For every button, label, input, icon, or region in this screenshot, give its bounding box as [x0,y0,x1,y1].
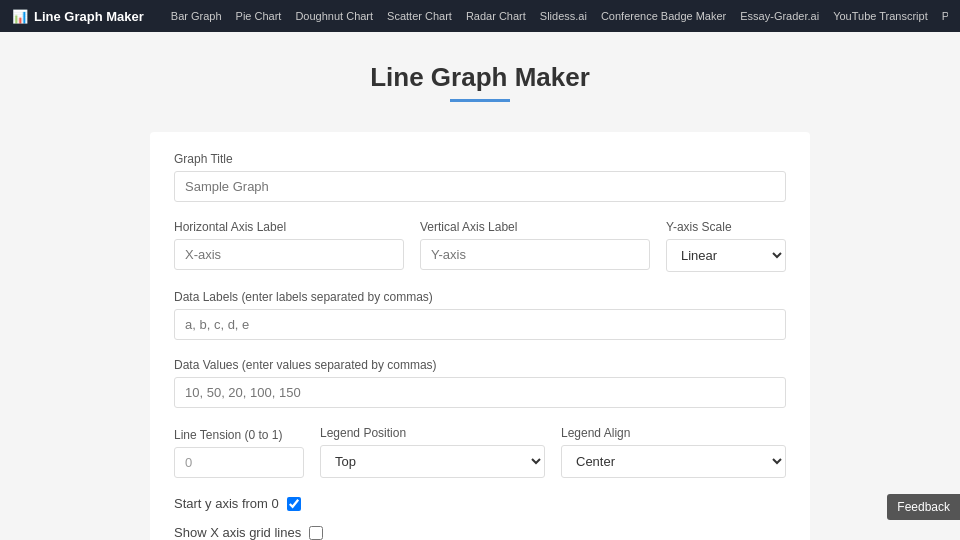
nav-link-conference-badge-maker[interactable]: Conference Badge Maker [594,0,733,32]
nav-link-slidess.ai[interactable]: Slidess.ai [533,0,594,32]
nav-link-scatter-chart[interactable]: Scatter Chart [380,0,459,32]
show-x-grid-label: Show X axis grid lines [174,525,301,540]
nav-link-youtube-transcript[interactable]: YouTube Transcript [826,0,935,32]
axis-row: Horizontal Axis Label Vertical Axis Labe… [174,220,786,290]
legend-align-group: Legend Align Center Start End [561,426,786,478]
tension-row: Line Tension (0 to 1) Legend Position To… [174,426,786,496]
feedback-button[interactable]: Feedback [887,494,960,520]
data-labels-label: Data Labels (enter labels separated by c… [174,290,786,304]
h-axis-input[interactable] [174,239,404,270]
nav-link-pdf-chat[interactable]: Pdf Chat [935,0,948,32]
data-values-input[interactable] [174,377,786,408]
nav-link-bar-graph[interactable]: Bar Graph [164,0,229,32]
nav-link-doughnut-chart[interactable]: Doughnut Chart [288,0,380,32]
data-labels-group: Data Labels (enter labels separated by c… [174,290,786,340]
v-axis-group: Vertical Axis Label [420,220,650,272]
form-section: Graph Title Horizontal Axis Label Vertic… [150,132,810,540]
tension-group: Line Tension (0 to 1) [174,428,304,478]
v-axis-label: Vertical Axis Label [420,220,650,234]
graph-title-label: Graph Title [174,152,786,166]
data-values-label: Data Values (enter values separated by c… [174,358,786,372]
tension-label: Line Tension (0 to 1) [174,428,304,442]
graph-title-group: Graph Title [174,152,786,202]
data-labels-input[interactable] [174,309,786,340]
start-y-row: Start y axis from 0 [174,496,786,511]
show-x-grid-checkbox[interactable] [309,526,323,540]
page-title: Line Graph Maker [150,62,810,93]
data-values-group: Data Values (enter values separated by c… [174,358,786,408]
graph-title-input[interactable] [174,171,786,202]
brand-logo: 📊 Line Graph Maker [12,9,144,24]
nav-link-pie-chart[interactable]: Pie Chart [229,0,289,32]
legend-pos-select[interactable]: Top Bottom Left Right [320,445,545,478]
nav-links: Bar GraphPie ChartDoughnut ChartScatter … [164,0,948,32]
start-y-checkbox[interactable] [287,497,301,511]
navbar: 📊 Line Graph Maker Bar GraphPie ChartDou… [0,0,960,32]
legend-pos-label: Legend Position [320,426,545,440]
h-axis-group: Horizontal Axis Label [174,220,404,272]
main-content: Line Graph Maker Graph Title Horizontal … [130,32,830,540]
legend-pos-group: Legend Position Top Bottom Left Right [320,426,545,478]
y-scale-select[interactable]: Linear Logarithmic [666,239,786,272]
legend-align-select[interactable]: Center Start End [561,445,786,478]
y-scale-group: Y-axis Scale Linear Logarithmic [666,220,786,272]
legend-align-label: Legend Align [561,426,786,440]
tension-input[interactable] [174,447,304,478]
show-x-grid-row: Show X axis grid lines [174,525,786,540]
v-axis-input[interactable] [420,239,650,270]
nav-link-radar-chart[interactable]: Radar Chart [459,0,533,32]
nav-link-essay-grader.ai[interactable]: Essay-Grader.ai [733,0,826,32]
brand-icon: 📊 [12,9,28,24]
y-scale-label: Y-axis Scale [666,220,786,234]
start-y-label: Start y axis from 0 [174,496,279,511]
h-axis-label: Horizontal Axis Label [174,220,404,234]
title-underline [450,99,510,102]
brand-name: Line Graph Maker [34,9,144,24]
